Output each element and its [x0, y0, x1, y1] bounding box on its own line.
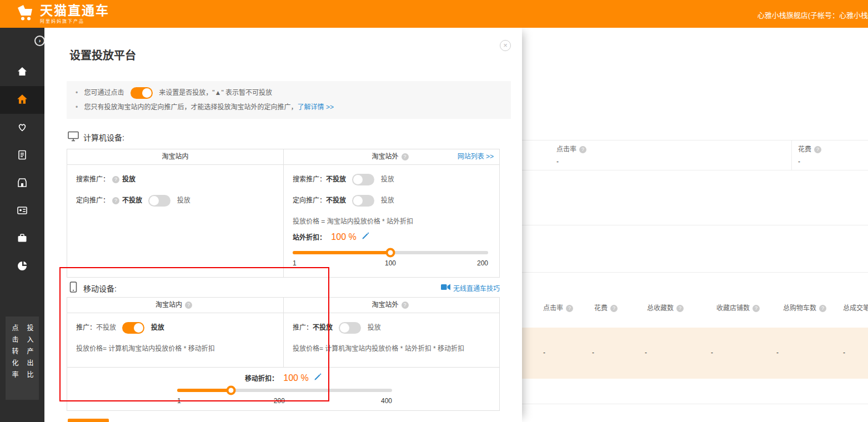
help-icon[interactable] — [819, 305, 826, 312]
heart-icon — [17, 122, 28, 134]
help-icon[interactable] — [402, 302, 409, 309]
help-icon[interactable] — [566, 305, 573, 312]
background-page: 点击率 - 花费 - 点击率 花费 总收藏数 收藏店铺数 总购物车数 总成交笔 … — [522, 28, 868, 422]
mobile-discount-row: 移动折扣： 100 % — [67, 372, 499, 384]
learn-more-link[interactable]: 了解详情 >> — [298, 103, 334, 111]
help-icon[interactable] — [752, 305, 760, 312]
mobile-offsite-toggle[interactable] — [339, 322, 361, 334]
sidebar-item-tools[interactable] — [0, 225, 44, 253]
briefcase-icon — [17, 233, 28, 245]
slider-handle[interactable] — [386, 248, 395, 258]
offsite-discount-slider[interactable] — [293, 251, 488, 254]
slider-labels: 1 200 400 — [177, 397, 392, 406]
price-formula: 投放价格 = 淘宝站内投放价格 * 站外折扣 — [293, 216, 490, 225]
edit-pencil-icon[interactable] — [314, 375, 322, 383]
slider-labels: 1 100 200 — [293, 259, 488, 268]
notice-line-2: 您只有投放淘宝站内的定向推广后，才能选择投放淘宝站外的定向推广，了解详情 >> — [76, 100, 502, 114]
price-formula: 投放价格= 计算机淘宝站内投放价格 * 站外折扣 * 移动折扣 — [293, 343, 490, 353]
cell-value: - — [711, 349, 713, 356]
divider — [522, 225, 868, 225]
divider — [522, 404, 868, 404]
edit-pencil-icon[interactable] — [362, 234, 369, 242]
help-icon[interactable] — [814, 146, 821, 153]
sidebar-item-campaign[interactable] — [0, 86, 44, 114]
modal-title: 设置投放平台 — [69, 47, 136, 63]
mobile-discount-panel: 移动折扣： 100 % 1 200 400 — [67, 367, 499, 410]
logo[interactable]: 天猫直通车 阿里妈妈旗下产品 — [16, 3, 109, 24]
stat-click-rate: 点击率 - — [556, 144, 589, 165]
mobile-onsite-toggle[interactable] — [122, 322, 144, 334]
account-name[interactable]: 心雅小栈旗舰店(子帐号：心雅小栈 — [757, 9, 868, 20]
sidebar-collapse-icon[interactable] — [34, 36, 45, 46]
stat-value: - — [556, 158, 589, 165]
sidebar-item-shop[interactable] — [0, 169, 44, 197]
column-header-onsite: 淘宝站内 — [67, 298, 284, 313]
confirm-button[interactable] — [68, 419, 109, 422]
idcard-icon — [17, 205, 28, 218]
section-title: 计算机设备: — [83, 132, 124, 143]
monitor-icon — [68, 131, 79, 143]
phone-icon — [68, 282, 79, 294]
discount-value: 100 % — [283, 373, 308, 383]
mobile-table: 淘宝站内 淘宝站外 推广：不投放 投放 投放价格= 计算机淘宝站内投放价格 * … — [67, 297, 500, 411]
close-icon[interactable] — [500, 40, 511, 51]
store-icon — [17, 177, 28, 190]
promo-row: 推广：不投放 投放 — [76, 322, 274, 333]
mobile-offsite-cell: 推广：不投放 投放 投放价格= 计算机淘宝站内投放价格 * 站外折扣 * 移动折… — [284, 313, 499, 367]
wireless-tips-link[interactable]: 无线直通车技巧 — [441, 283, 500, 293]
help-icon[interactable] — [579, 146, 586, 153]
target-onsite-toggle[interactable] — [148, 195, 170, 207]
computer-offsite-cell: 搜索推广：不投放 投放 定向推广：不投放 投放 投放价格 = 淘宝站内投放价格 … — [284, 165, 499, 277]
example-toggle[interactable] — [131, 87, 153, 99]
help-icon[interactable] — [112, 176, 119, 183]
promo-row: 推广：不投放 投放 — [293, 322, 490, 333]
column-header: 总收藏数 — [647, 303, 686, 312]
house-icon — [16, 93, 28, 107]
cart-logo-icon — [16, 3, 36, 24]
search-offsite-toggle[interactable] — [352, 174, 374, 185]
mobile-discount-slider[interactable] — [177, 389, 392, 392]
app-title: 天猫直通车 — [40, 4, 109, 18]
slider-handle[interactable] — [226, 386, 235, 395]
stat-label: 点击率 — [556, 145, 576, 153]
computer-onsite-cell: 搜索推广：投放 定向推广：不投放 投放 — [67, 165, 284, 277]
stat-cost: 花费 - — [798, 144, 824, 165]
column-header: 点击率 — [543, 303, 576, 312]
discount-value: 100 % — [331, 232, 356, 242]
target-promo-row: 定向推广：不投放 投放 — [293, 195, 490, 206]
column-header: 总购物车数 — [783, 303, 829, 312]
stats-band: 点击率 - 花费 - — [522, 140, 868, 170]
target-offsite-toggle[interactable] — [352, 195, 374, 207]
stat-label: 花费 — [798, 145, 811, 153]
help-icon[interactable] — [402, 153, 409, 160]
cell-value: - — [645, 349, 647, 356]
column-header-offsite: 淘宝站外 — [284, 298, 499, 313]
computer-section-header: 计算机设备: — [68, 131, 124, 143]
sidebar-metrics: 点击转化率 投入产出比 — [6, 316, 39, 400]
home-icon — [17, 66, 28, 79]
cell-value: - — [843, 349, 845, 356]
report-table-row: - - - - - - — [522, 349, 868, 360]
sidebar-item-statistics[interactable] — [0, 253, 44, 280]
divider — [522, 272, 868, 273]
search-promo-row: 搜索推广：投放 — [76, 174, 274, 185]
document-icon — [17, 149, 28, 162]
sidebar-item-favorites[interactable] — [0, 114, 44, 142]
help-icon[interactable] — [610, 305, 618, 312]
pie-chart-icon — [17, 260, 28, 273]
computer-table: 淘宝站内 淘宝站外 网站列表 >> 搜索推广：投放 定向推广：不投放 投放 搜索… — [67, 149, 500, 278]
help-icon[interactable] — [112, 197, 119, 204]
report-table-header: 点击率 花费 总收藏数 收藏店铺数 总购物车数 总成交笔 — [522, 303, 868, 314]
help-icon[interactable] — [185, 302, 192, 309]
section-title: 移动设备: — [83, 283, 117, 294]
sidebar-item-account[interactable] — [0, 197, 44, 225]
help-icon[interactable] — [676, 305, 684, 312]
sidebar: 点击转化率 投入产出比 — [0, 28, 44, 422]
platform-settings-modal: 设置投放平台 您可通过点击 来设置是否投放，"▲" 表示暂不可投放 您只有投放淘… — [44, 28, 522, 422]
cell-value: - — [543, 349, 545, 356]
sidebar-item-report[interactable] — [0, 142, 44, 169]
column-header: 总成交笔 — [843, 303, 868, 312]
website-list-link[interactable]: 网站列表 >> — [458, 149, 494, 164]
column-header-offsite: 淘宝站外 网站列表 >> — [284, 149, 499, 164]
sidebar-item-home[interactable] — [0, 58, 44, 86]
